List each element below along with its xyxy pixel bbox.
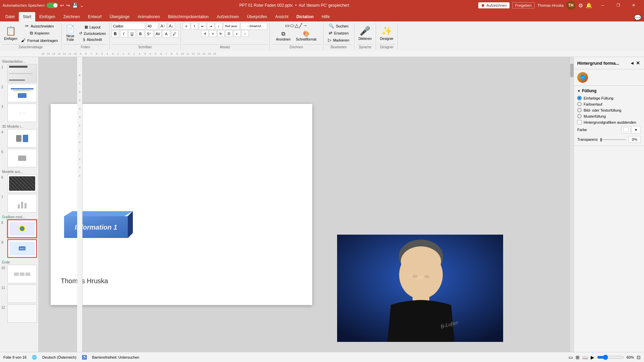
shadow-btn[interactable]: S⁺ xyxy=(145,30,153,38)
ersetzen-btn[interactable]: ⇄ Ersetzen xyxy=(325,30,352,36)
align-right-btn[interactable]: ⫸ xyxy=(217,30,225,37)
diktieren-btn[interactable]: 🎤 Diktieren xyxy=(357,23,374,43)
radio-einfache-btn[interactable] xyxy=(577,96,582,100)
tab-start[interactable]: Start xyxy=(19,12,35,21)
slide-thumb-12[interactable]: 12 xyxy=(1,304,37,323)
radio-bild-textur-btn[interactable] xyxy=(577,108,582,112)
slide-thumb-1[interactable]: 1 xyxy=(1,64,37,82)
tab-bildschirm[interactable]: Bildschirmpräsentation xyxy=(164,12,213,21)
tab-einfuegen[interactable]: Einfügen xyxy=(35,12,59,21)
slide-sorter-btn[interactable]: ⊞ xyxy=(576,355,580,360)
decrease-indent-btn[interactable]: ⇤ xyxy=(199,23,206,29)
radio-farbverlauf-btn[interactable] xyxy=(577,102,582,106)
scrollbar-thumb-v[interactable] xyxy=(570,64,574,77)
align-center-btn[interactable]: ≡ xyxy=(209,30,217,37)
char-spacing-btn[interactable]: AV xyxy=(154,30,162,38)
normal-view-btn[interactable]: ▭ xyxy=(569,355,573,360)
rect-shape[interactable]: ▭ xyxy=(285,23,289,28)
designer-btn[interactable]: ✨ Designer xyxy=(378,23,395,43)
format-uebertragen-btn[interactable]: 🖌 Format übertragen xyxy=(20,37,59,44)
toolbar-redo[interactable]: ↪ xyxy=(66,3,70,8)
slide-thumb-6[interactable]: 6 xyxy=(1,174,37,193)
collapse-arrow[interactable]: ▼ xyxy=(577,89,581,93)
comments-icon[interactable]: 💬 xyxy=(634,14,641,21)
neue-folie-btn[interactable]: 📄 Neue Folie xyxy=(64,23,77,43)
toolbar-undo[interactable]: ↩ xyxy=(60,3,64,8)
line-spacing-btn[interactable]: ↕ xyxy=(241,30,249,37)
increase-indent-btn[interactable]: ⇥ xyxy=(207,23,214,29)
slide-thumb-8[interactable]: 8 → xyxy=(1,220,37,238)
autosave-toggle[interactable] xyxy=(47,3,58,8)
tab-aufzeichnen[interactable]: Aufzeichnen xyxy=(213,12,243,21)
freigeben-btn[interactable]: Freigeben xyxy=(512,2,535,8)
zoom-slider[interactable] xyxy=(597,355,624,360)
notification-icon[interactable]: 🔔 xyxy=(586,2,592,9)
anordnen-btn[interactable]: ⧉ Anordnen xyxy=(274,29,292,43)
highlight-btn[interactable]: 🖊 xyxy=(171,30,178,38)
canvas-area[interactable]: 8 7 6 5 4 3 2 1 0 1 2 3 4 xyxy=(39,57,574,352)
panel-resize-btn[interactable]: ◂ xyxy=(630,60,634,66)
tab-dictation[interactable]: Dictation xyxy=(292,12,318,21)
text-ausrichten-btn[interactable]: Text ausr. xyxy=(223,23,240,29)
smartart-btn[interactable]: →SmartArt xyxy=(240,23,267,29)
tab-entwurf[interactable]: Entwurf xyxy=(84,12,106,21)
tri-shape[interactable]: △ xyxy=(295,23,299,28)
radio-muster-btn[interactable] xyxy=(577,114,582,118)
slide-thumb-3[interactable]: 3 — — xyxy=(1,104,37,122)
slide-thumb-9[interactable]: 9 Info1 xyxy=(1,239,37,258)
arrow-shape[interactable]: → xyxy=(303,23,307,28)
transparency-value[interactable]: 0% xyxy=(629,136,641,143)
bullet-list-btn[interactable]: ≡ xyxy=(183,23,190,29)
reading-view-btn[interactable]: 📖 xyxy=(582,355,588,360)
suchen-btn[interactable]: 🔍 Suchen xyxy=(325,23,352,29)
restore-btn[interactable]: ❐ xyxy=(610,0,626,11)
font-color-btn[interactable]: A xyxy=(163,30,170,38)
tab-datei[interactable]: Datei xyxy=(1,12,19,21)
toolbar-save[interactable]: 💾 xyxy=(72,3,78,8)
schnellformat-btn[interactable]: 🎨 Schnellformat xyxy=(294,29,318,43)
justify-btn[interactable]: ☰ xyxy=(225,30,233,37)
increase-font-btn[interactable]: A↑ xyxy=(159,23,167,29)
abschnitt-btn[interactable]: § Abschnitt xyxy=(78,37,107,42)
tab-animationen[interactable]: Animationen xyxy=(133,12,164,21)
textrichtung-btn[interactable]: ↕ xyxy=(215,23,222,29)
aufzeichnen-btn[interactable]: ⏺ Aufzeichnen xyxy=(478,2,509,8)
align-left-btn[interactable]: ⫷ xyxy=(201,30,209,37)
presentation-btn[interactable]: ▶ xyxy=(591,355,594,360)
slide-thumb-7[interactable]: 7 xyxy=(1,194,37,213)
slide-thumb-10[interactable]: 10 xyxy=(1,265,37,283)
font-size-input[interactable] xyxy=(146,23,158,29)
tab-hilfe[interactable]: Hilfe xyxy=(318,12,334,21)
slide-thumb-2[interactable]: 2 xyxy=(1,84,37,102)
checkbox-hintergrund-btn[interactable] xyxy=(577,120,582,124)
italic-btn[interactable]: I xyxy=(120,30,127,38)
line-shape[interactable]: ╱ xyxy=(299,23,302,28)
underline-btn[interactable]: U xyxy=(128,30,136,38)
toolbar-more[interactable]: ⌄ xyxy=(80,3,84,8)
minimize-btn[interactable]: ─ xyxy=(595,0,610,11)
tab-ueberpruefen[interactable]: Überprüfen xyxy=(243,12,271,21)
color-dropdown-btn[interactable]: ▼ xyxy=(631,126,641,133)
slide-thumb-4[interactable]: 4 xyxy=(1,129,37,147)
layout-btn[interactable]: ▦ Layout xyxy=(78,24,107,30)
tab-ansicht[interactable]: Ansicht xyxy=(271,12,292,21)
tab-zeichnen[interactable]: Zeichnen xyxy=(59,12,84,21)
markieren-btn[interactable]: ▷ Markieren xyxy=(325,37,352,43)
slide-thumb-11[interactable]: 11 xyxy=(1,285,37,303)
oval-shape[interactable]: ⬭ xyxy=(290,23,294,28)
color-picker-btn[interactable] xyxy=(621,126,631,133)
font-name-input[interactable] xyxy=(112,23,145,29)
transparency-slider[interactable] xyxy=(600,139,626,140)
einfuegen-btn[interactable]: 📋 Einfügen xyxy=(2,23,19,43)
columns-btn[interactable]: ⫾ xyxy=(233,30,241,37)
fit-slide-btn[interactable]: ⊡ xyxy=(637,355,641,360)
ausschneiden-btn[interactable]: ✂ Ausschneiden xyxy=(20,23,59,29)
decrease-font-btn[interactable]: A↓ xyxy=(168,23,175,29)
canvas-scrollbar-v[interactable] xyxy=(570,57,574,352)
number-list-btn[interactable]: ⒈ xyxy=(191,23,198,29)
settings-icon[interactable]: ⚙ xyxy=(578,2,583,9)
tab-uebergaenge[interactable]: Übergänge xyxy=(106,12,133,21)
strikethrough-btn[interactable]: S xyxy=(137,30,144,38)
slide-thumb-5[interactable]: 5 xyxy=(1,149,37,167)
close-btn[interactable]: ✕ xyxy=(626,0,641,11)
